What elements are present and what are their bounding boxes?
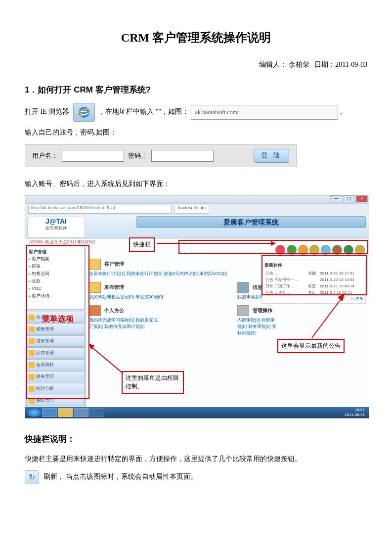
sidebar-tree[interactable]: 客户管理 客户档案 跟单 销售合同 收款 VOC 客户拜访	[26, 246, 85, 310]
pass-label: 密码：	[128, 151, 147, 160]
browser-urlbar: http://ak.hectaisoft.com/UCMUein.html&s'…	[25, 203, 369, 215]
folder-icon	[29, 350, 35, 356]
taskbar-item[interactable]	[58, 408, 73, 417]
menu-item[interactable]: 结算管理	[26, 335, 85, 347]
announce-head: 最新软件	[264, 262, 363, 269]
app-title: 爱康客户管理系统	[136, 216, 366, 228]
section1-p1: 打开 IE 浏览器 ，在地址栏中输入 ""，如图： ak.haotaisoft.…	[25, 103, 367, 122]
tree-item[interactable]: 跟单	[29, 263, 82, 270]
page-title: CRM 客户管理系统操作说明	[25, 30, 367, 46]
user-label: 用户名：	[32, 151, 58, 160]
section-links[interactable]: 我的未处理售后登记[0] 未完成00表[0]	[89, 294, 218, 300]
quickbar	[275, 245, 365, 255]
section-title: 个人办公	[104, 308, 124, 313]
taskbar-item[interactable]	[89, 408, 104, 417]
login-button[interactable]: 登 陆	[254, 149, 289, 163]
quickbar-icon[interactable]	[309, 245, 319, 255]
section2-heading: 快捷栏说明：	[25, 433, 367, 445]
section1-p3: 输入账号、密码后，进入系统后见到如下界面：	[25, 177, 367, 191]
taskbar-clock: 16:572011-08-31	[345, 408, 367, 417]
start-button[interactable]	[27, 408, 41, 417]
sidebar-menu: 会员管理 销售管理 结算管理 库存管理 会员资料 财务管理 统计分析 系统管理	[26, 312, 85, 406]
section-icon	[237, 282, 249, 293]
quickbar-icon[interactable]	[344, 245, 353, 255]
folder-icon	[29, 386, 35, 392]
taskbar-item[interactable]	[42, 408, 57, 417]
tree-item[interactable]: 客户档案	[29, 255, 82, 263]
tree-item[interactable]: 客户拜访	[29, 292, 82, 300]
main-panel: 客户管理 全部未执行计划[1] 我的未执行计划[0] 被选3天内待访[0] 未跟…	[86, 245, 369, 407]
section-links[interactable]: 内部审批[0] 外部审批[0] 财务审批[0] 资料审批[0]	[237, 317, 277, 336]
address-sample: ak.haotaisoft.com/	[191, 105, 338, 120]
folder-icon	[29, 326, 35, 332]
quickbar-icon[interactable]	[321, 245, 331, 255]
browser-tab[interactable]: hactosoft.com	[174, 205, 209, 214]
menu-item[interactable]: 系统管理	[26, 395, 85, 406]
menu-item[interactable]: 销售管理	[26, 324, 85, 335]
menu-item[interactable]: 财务管理	[26, 371, 85, 382]
min-btn[interactable]: —	[330, 195, 342, 202]
section-icon	[89, 282, 101, 293]
announce-panel: 最新软件 公告 …关键2011-3-31 16:17:41 公告 产品报价一…2…	[262, 260, 366, 304]
quickbar-icon[interactable]	[275, 245, 285, 255]
quickbar-icon[interactable]	[298, 245, 308, 255]
tree-item[interactable]: VOC	[29, 285, 82, 292]
close-btn[interactable]: ×	[356, 195, 368, 202]
section-links[interactable]: 我的待完成学习指标[0] 我的未完成汇报[0] 我的待完成周计划[0]	[89, 317, 158, 330]
refresh-icon	[25, 470, 39, 484]
section2-refresh: 刷新， 当点击该图标时，系统会自动属性本页面。	[25, 470, 367, 484]
section1-p2: 输入自己的账号，密码,如图：	[25, 126, 367, 139]
section-title: 客户管理	[104, 261, 124, 267]
address-field[interactable]: http://ak.hectaisoft.com/UCMUein.html&s'…	[28, 205, 172, 214]
taskbar-item[interactable]	[74, 408, 88, 417]
section-icon	[89, 259, 101, 270]
folder-icon	[29, 362, 35, 368]
svg-rect-2	[81, 111, 87, 112]
app-header: J@TAI 金浩泰软件 爱康客户管理系统	[25, 215, 369, 239]
table-row: 公告 二次升…签定2011-3-2 16:02:11	[264, 289, 363, 296]
section-title: 发布管理	[104, 284, 124, 290]
folder-icon	[29, 338, 35, 344]
section2-p1: 快捷栏主要是用来快速进行特定的界面，方便操作，这里提供了几个比较常用的快捷按钮。	[25, 452, 367, 466]
more-link[interactable]: <<更多	[264, 296, 363, 301]
tree-item[interactable]: 销售合同	[29, 270, 82, 278]
menu-item[interactable]: 统计分析	[26, 383, 85, 394]
max-btn[interactable]: ▢	[343, 195, 355, 202]
username-input[interactable]	[62, 150, 124, 162]
quickbar-icon[interactable]	[287, 245, 297, 255]
section-icon	[237, 305, 249, 316]
tree-item[interactable]: 收款	[29, 278, 82, 285]
table-row: 日常 二项工作…签定2011-3-21 17:48:14	[264, 283, 363, 289]
window-titlebar: — ▢ ×	[25, 195, 369, 203]
quickbar-icon[interactable]	[355, 245, 365, 255]
folder-icon	[29, 374, 35, 380]
announce-table: 公告 …关键2011-3-31 16:17:41 公告 产品报价一…2011-3…	[264, 270, 363, 296]
windows-taskbar: 16:572011-08-31	[25, 407, 369, 418]
folder-icon	[29, 398, 35, 404]
ie-icon	[73, 103, 95, 122]
folder-icon	[29, 315, 35, 321]
section-title: 管理操作	[253, 308, 272, 313]
meta-line: 编辑人： 余柏荣 日期：2011-09-03	[25, 60, 367, 69]
menu-item[interactable]: 会员管理	[26, 312, 85, 323]
quickbar-icon[interactable]	[332, 245, 342, 255]
section1-heading: 1．如何打开 CRM 客户管理系统?	[25, 84, 367, 95]
menu-item[interactable]: 库存管理	[26, 347, 85, 359]
login-bar: 用户名： 密码： 登 陆	[25, 144, 297, 167]
menu-item[interactable]: 会员资料	[26, 359, 85, 370]
crm-screenshot: — ▢ × http://ak.hectaisoft.com/UCMUein.h…	[25, 195, 369, 418]
table-row: 公告 产品报价一…2011-3-22 13:15:53	[264, 277, 363, 283]
table-row: 公告 …关键2011-3-31 16:17:41	[264, 270, 363, 277]
sidebar: 客户管理 客户档案 跟单 销售合同 收款 VOC 客户拜访 会员管理 销售管理 …	[25, 245, 86, 407]
section-icon	[89, 305, 101, 316]
app-logo: J@TAI 金浩泰软件	[27, 217, 85, 237]
password-input[interactable]	[151, 150, 214, 162]
